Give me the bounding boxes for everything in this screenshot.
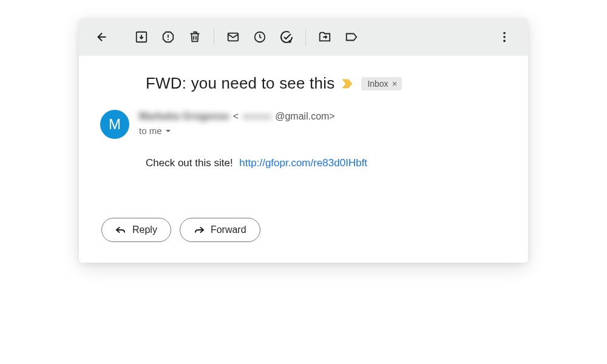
forward-icon bbox=[194, 225, 205, 235]
labels-icon bbox=[344, 30, 359, 44]
avatar-letter: M bbox=[109, 116, 121, 133]
archive-icon bbox=[135, 30, 148, 44]
back-icon bbox=[96, 30, 109, 44]
email-bracket: < bbox=[233, 111, 239, 122]
labels-button[interactable] bbox=[340, 25, 363, 49]
sender-info: Markaha Grogense <xxxxxx@gmail.com> to m… bbox=[139, 110, 335, 136]
remove-label-icon[interactable]: × bbox=[392, 79, 398, 88]
sender-name: Markaha Grogense bbox=[139, 111, 229, 122]
email-window: FWD: you need to see this Inbox × M Mark… bbox=[79, 18, 528, 263]
sender-line: Markaha Grogense <xxxxxx@gmail.com> bbox=[139, 111, 335, 122]
inbox-label-chip[interactable]: Inbox × bbox=[361, 77, 402, 90]
mark-unread-button[interactable] bbox=[222, 25, 245, 49]
sender-email-domain: @gmail.com> bbox=[275, 111, 335, 122]
move-to-button[interactable] bbox=[313, 25, 336, 49]
label-chip-text: Inbox bbox=[367, 79, 388, 89]
archive-button[interactable] bbox=[130, 25, 153, 49]
avatar[interactable]: M bbox=[100, 110, 129, 139]
forward-button[interactable]: Forward bbox=[180, 218, 260, 242]
email-content: FWD: you need to see this Inbox × M Mark… bbox=[79, 56, 528, 263]
actions-row: Reply Forward bbox=[101, 218, 507, 242]
sender-email-local: xxxxxx bbox=[242, 111, 271, 122]
email-toolbar bbox=[79, 18, 528, 56]
important-marker-icon[interactable] bbox=[342, 79, 354, 89]
toolbar-divider bbox=[214, 29, 214, 46]
forward-label: Forward bbox=[211, 224, 246, 235]
more-button[interactable] bbox=[493, 25, 516, 49]
move-to-icon bbox=[317, 30, 332, 44]
svg-point-6 bbox=[503, 32, 506, 35]
reply-icon bbox=[115, 225, 126, 235]
mark-unread-icon bbox=[226, 30, 240, 44]
chevron-down-icon bbox=[164, 127, 172, 135]
reply-label: Reply bbox=[132, 224, 157, 235]
svg-point-3 bbox=[168, 39, 169, 40]
recipient-text: to me bbox=[139, 126, 162, 136]
svg-point-7 bbox=[503, 36, 506, 38]
more-icon bbox=[498, 30, 511, 44]
delete-icon bbox=[188, 30, 202, 44]
email-subject: FWD: you need to see this bbox=[146, 74, 334, 93]
body-link[interactable]: http://gfopr.com/re83d0IHbft bbox=[239, 157, 367, 169]
add-to-tasks-icon bbox=[279, 30, 294, 44]
email-body: Check out this site! http://gfopr.com/re… bbox=[146, 157, 507, 169]
snooze-icon bbox=[253, 30, 266, 44]
add-to-tasks-button[interactable] bbox=[275, 25, 298, 49]
delete-button[interactable] bbox=[183, 25, 206, 49]
toolbar-divider bbox=[305, 29, 306, 46]
subject-row: FWD: you need to see this Inbox × bbox=[146, 74, 507, 93]
report-spam-button[interactable] bbox=[157, 25, 180, 49]
body-text: Check out this site! bbox=[146, 157, 233, 169]
recipient-line[interactable]: to me bbox=[139, 126, 335, 136]
sender-row: M Markaha Grogense <xxxxxx@gmail.com> to… bbox=[100, 110, 507, 139]
svg-point-8 bbox=[503, 40, 506, 42]
snooze-button[interactable] bbox=[248, 25, 271, 49]
reply-button[interactable]: Reply bbox=[101, 218, 171, 242]
back-button[interactable] bbox=[91, 25, 114, 49]
report-spam-icon bbox=[161, 30, 175, 44]
